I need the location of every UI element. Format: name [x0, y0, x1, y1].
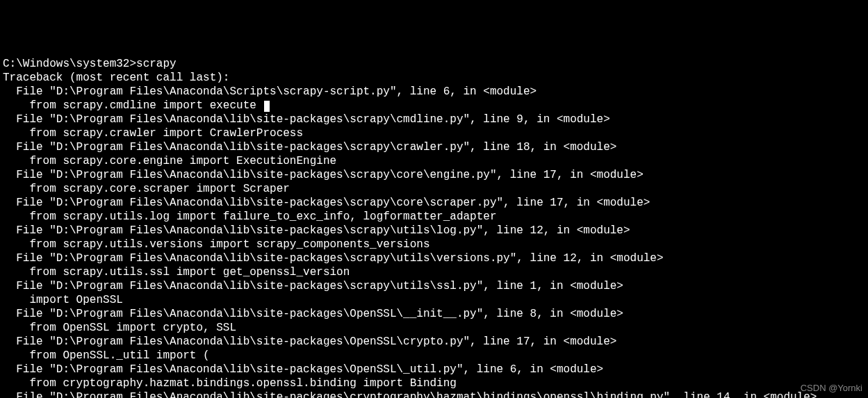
terminal-line: from scrapy.crawler import CrawlerProces…: [3, 126, 865, 140]
terminal-line: Traceback (most recent call last):: [3, 71, 865, 85]
terminal-line: from OpenSSL._util import (: [3, 349, 865, 363]
terminal-line: File "D:\Program Files\Anaconda\lib\site…: [3, 363, 865, 376]
terminal-line: from scrapy.cmdline import execute: [3, 99, 865, 113]
terminal-line: File "D:\Program Files\Anaconda\lib\site…: [3, 335, 865, 349]
terminal-line: C:\Windows\system32>scrapy: [3, 57, 865, 71]
terminal-line: File "D:\Program Files\Anaconda\lib\site…: [3, 307, 865, 321]
terminal-line: File "D:\Program Files\Anaconda\lib\site…: [3, 251, 865, 265]
terminal-line: File "D:\Program Files\Anaconda\lib\site…: [3, 390, 865, 398]
terminal-line: File "D:\Program Files\Anaconda\lib\site…: [3, 168, 865, 182]
terminal-line: from cryptography.hazmat.bindings.openss…: [3, 376, 865, 390]
terminal-line: from scrapy.core.scraper import Scraper: [3, 182, 865, 196]
terminal-line: File "D:\Program Files\Anaconda\lib\site…: [3, 113, 865, 126]
terminal-line: File "D:\Program Files\Anaconda\lib\site…: [3, 224, 865, 238]
terminal-line: from OpenSSL import crypto, SSL: [3, 321, 865, 335]
terminal-line: from scrapy.core.engine import Execution…: [3, 154, 865, 168]
terminal-line: import OpenSSL: [3, 293, 865, 307]
terminal-output[interactable]: C:\Windows\system32>scrapyTraceback (mos…: [3, 57, 865, 398]
cursor-icon: [264, 101, 270, 112]
terminal-line: from scrapy.utils.versions import scrapy…: [3, 238, 865, 251]
terminal-line: File "D:\Program Files\Anaconda\lib\site…: [3, 196, 865, 210]
terminal-line: File "D:\Program Files\Anaconda\lib\site…: [3, 279, 865, 293]
terminal-line: from scrapy.utils.ssl import get_openssl…: [3, 265, 865, 279]
terminal-line: File "D:\Program Files\Anaconda\lib\site…: [3, 140, 865, 154]
terminal-line: File "D:\Program Files\Anaconda\Scripts\…: [3, 85, 865, 99]
terminal-line: from scrapy.utils.log import failure_to_…: [3, 210, 865, 224]
watermark-text: CSDN @Yornki: [801, 381, 862, 395]
